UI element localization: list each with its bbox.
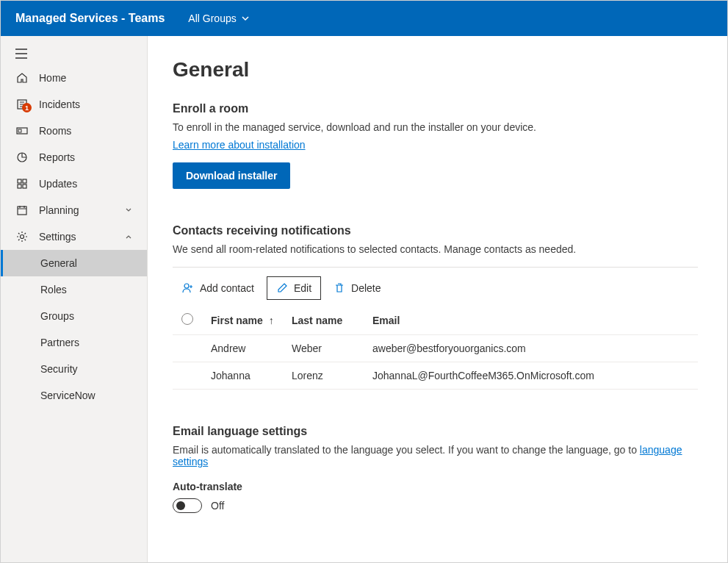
svg-point-9 [21,235,24,239]
download-installer-button[interactable]: Download installer [173,162,290,189]
main-content: General Enroll a room To enroll in the m… [148,36,727,562]
select-all-radio[interactable] [181,313,193,325]
add-contact-icon [182,282,194,294]
svg-rect-7 [23,184,26,188]
sidebar-item-updates[interactable]: Updates [1,171,147,197]
edit-contact-button[interactable]: Edit [267,276,321,300]
cell-email: JohannaL@FourthCoffeeM365.OnMicrosoft.co… [364,362,698,390]
sidebar: Home 1 Incidents Rooms Reports Updates [1,36,148,562]
email-lang-description: Email is automatically translated to the… [173,444,698,467]
enroll-description: To enroll in the managed service, downlo… [173,121,698,133]
sidebar-item-label: Incidents [39,98,80,110]
contacts-heading: Contacts receiving notifications [173,224,698,237]
cell-first-name: Johanna [202,362,283,390]
sidebar-subitem-security[interactable]: Security [1,356,147,382]
toggle-state-text: Off [211,500,224,512]
cell-last-name: Weber [283,335,364,362]
sidebar-item-label: Reports [39,151,75,163]
chevron-down-icon [125,207,132,214]
app-header: Managed Services - Teams All Groups [1,1,727,36]
group-selector-dropdown[interactable]: All Groups [188,12,249,24]
column-last-name[interactable]: Last name [283,306,364,335]
sidebar-item-reports[interactable]: Reports [1,144,147,171]
sidebar-item-incidents[interactable]: 1 Incidents [1,91,147,118]
updates-icon [16,178,28,190]
planning-icon [16,204,28,216]
chevron-down-icon [241,14,250,23]
sidebar-item-home[interactable]: Home [1,65,147,91]
sidebar-item-planning[interactable]: Planning [1,197,147,223]
delete-contact-button[interactable]: Delete [324,276,390,300]
cell-first-name: Andrew [202,335,283,362]
sidebar-item-rooms[interactable]: Rooms [1,118,147,144]
learn-more-link[interactable]: Learn more about installation [173,139,306,151]
add-contact-button[interactable]: Add contact [173,276,264,300]
sidebar-subitem-roles[interactable]: Roles [1,276,147,303]
svg-point-10 [184,284,189,288]
sidebar-item-label: Settings [39,231,76,243]
hamburger-menu-button[interactable] [1,40,147,65]
settings-icon [16,231,28,243]
app-title: Managed Services - Teams [15,12,165,25]
auto-translate-label: Auto-translate [173,481,698,492]
sidebar-subitem-partners[interactable]: Partners [1,329,147,356]
rooms-icon [16,125,28,137]
column-first-name[interactable]: First name ↑ [202,306,283,335]
toggle-thumb [176,501,185,510]
sidebar-item-label: Updates [39,178,77,190]
contacts-description: We send all room-related notifications t… [173,243,698,255]
edit-icon [276,282,288,294]
auto-translate-toggle[interactable] [173,498,202,513]
reports-icon [16,151,28,163]
incidents-badge: 1 [22,103,32,112]
cell-last-name: Lorenz [283,362,364,390]
sidebar-subitem-general[interactable]: General [1,250,147,276]
sort-ascending-icon: ↑ [269,315,274,326]
email-lang-heading: Email language settings [173,425,698,438]
sidebar-item-label: Home [39,72,66,84]
svg-rect-6 [18,184,21,188]
chevron-up-icon [125,233,132,240]
column-email[interactable]: Email [364,306,698,335]
svg-rect-8 [18,207,26,215]
hamburger-icon [15,49,27,59]
column-select[interactable] [173,306,202,335]
group-selector-label: All Groups [188,12,236,24]
contacts-toolbar: Add contact Edit Delete [173,267,698,300]
sidebar-item-settings[interactable]: Settings [1,223,147,250]
sidebar-item-label: Planning [39,204,79,216]
table-row[interactable]: Andrew Weber aweber@bestforyouorganics.c… [173,335,698,362]
edit-label: Edit [294,282,311,294]
svg-rect-5 [23,179,26,183]
contacts-table: First name ↑ Last name Email Andrew Webe… [173,306,698,390]
add-contact-label: Add contact [200,282,254,294]
home-icon [16,72,28,84]
svg-rect-2 [18,129,21,132]
sidebar-item-label: Rooms [39,125,71,137]
page-title: General [173,58,698,82]
sidebar-subitem-groups[interactable]: Groups [1,303,147,329]
delete-icon [334,282,345,294]
delete-label: Delete [351,282,381,294]
cell-email: aweber@bestforyouorganics.com [364,335,698,362]
table-row[interactable]: Johanna Lorenz JohannaL@FourthCoffeeM365… [173,362,698,390]
sidebar-subitem-servicenow[interactable]: ServiceNow [1,382,147,409]
enroll-heading: Enroll a room [173,102,698,115]
svg-rect-4 [18,179,21,183]
